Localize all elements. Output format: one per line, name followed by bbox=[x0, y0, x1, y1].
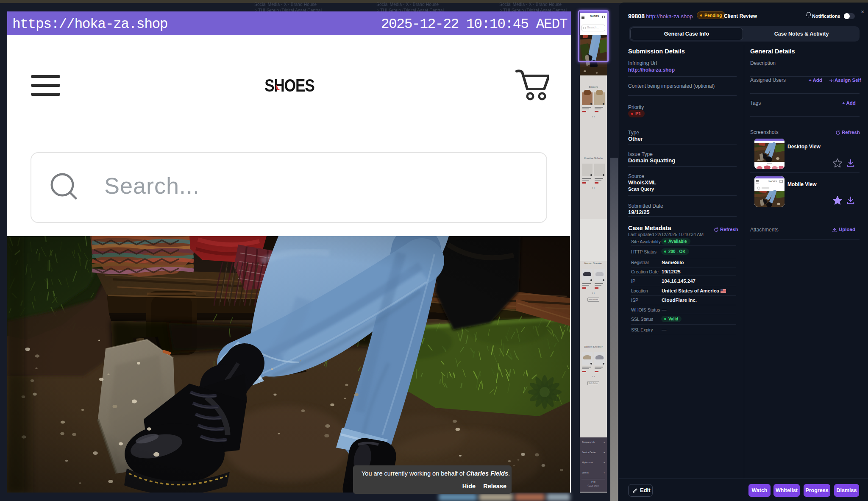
svg-text:SHOES: SHOES bbox=[768, 180, 777, 183]
